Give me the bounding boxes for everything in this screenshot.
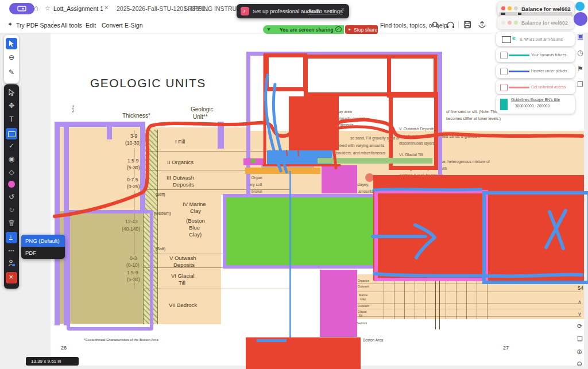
rectangle-tool-button[interactable] — [6, 128, 17, 139]
chevron-down-icon[interactable]: ∨ — [578, 312, 582, 317]
magenta-rect-annotation[interactable] — [322, 165, 357, 193]
copy-pages-icon[interactable]: ❐ — [577, 81, 583, 88]
page-size-text: 13.39 x 9.61 in — [31, 359, 61, 364]
salmon-dot-annotation[interactable] — [365, 173, 374, 182]
zoom-traffic-light[interactable] — [514, 21, 518, 25]
purple-frame-annotation[interactable] — [67, 210, 153, 331]
menu-convert[interactable]: Convert — [102, 22, 123, 29]
close-traffic-light[interactable] — [501, 21, 505, 25]
more-options-icon[interactable]: ••• — [4, 248, 19, 253]
pointer-icon[interactable] — [9, 89, 15, 96]
close-annotation-button[interactable]: × — [6, 272, 17, 283]
toolbar-thumb — [501, 13, 505, 15]
panel-icon[interactable]: ▣ — [577, 33, 583, 40]
zoom-traffic-light[interactable] — [514, 6, 518, 10]
export-page-icon[interactable]: ❏ — [577, 336, 583, 342]
undo-icon[interactable]: ↺ — [4, 193, 19, 200]
search-icon[interactable] — [432, 21, 439, 29]
diamond-tool-icon[interactable]: ◇ — [4, 169, 19, 176]
red-box-annotation[interactable] — [304, 55, 392, 96]
sage-bar-annotation[interactable] — [318, 158, 432, 164]
purple-tick-annotation[interactable] — [107, 122, 112, 139]
thickness-value: 0-7.5 — [127, 177, 138, 182]
body-text: dense, heterogenous mixture of — [435, 160, 490, 164]
pencil-icon[interactable]: ✎ — [4, 69, 19, 76]
notification-card[interactable]: Your bananas futures — [496, 48, 575, 62]
orange-bar-annotation[interactable] — [245, 168, 320, 174]
text-tool-icon[interactable]: T — [4, 116, 19, 123]
red-box-annotation[interactable] — [265, 53, 307, 91]
unit-label: VII Bedrock — [169, 302, 197, 308]
color-swatch-button[interactable] — [8, 181, 15, 188]
thickness-value: (10-30) — [125, 140, 141, 146]
bookmark-icon[interactable]: ⚑ — [577, 65, 583, 72]
bottom-blue-bar-annotation[interactable] — [257, 339, 287, 342]
blue-vline-annotation[interactable] — [289, 171, 291, 339]
check-tool-icon[interactable]: ✓ — [4, 142, 19, 149]
avatar[interactable] — [575, 2, 585, 11]
notification-card-large[interactable]: Guidelines Escape BN's title 300000000 ·… — [496, 95, 575, 114]
green-rect-annotation[interactable] — [223, 194, 384, 269]
purple-bar-annotation[interactable] — [64, 125, 69, 325]
disc-tool-icon[interactable]: ◉ — [4, 156, 19, 162]
loupe-icon[interactable]: ⊖ — [4, 54, 19, 61]
select-tool-button[interactable] — [6, 38, 17, 49]
stop-share-button[interactable]: ■ Stop share — [345, 25, 378, 34]
zoom-in-icon[interactable]: ⊕ — [577, 348, 582, 355]
purple-bar-annotation[interactable] — [55, 122, 60, 325]
magenta-column-annotation[interactable] — [320, 270, 357, 337]
toast-audio-settings-link[interactable]: Audio settings — [308, 8, 343, 14]
xsection-label: Bedrock — [357, 321, 367, 325]
green-nub-annotation[interactable] — [251, 159, 256, 163]
refresh-icon[interactable]: ⟳ — [577, 323, 582, 329]
card-text: 300000000 · 200000 — [515, 104, 550, 108]
purple-bar-annotation[interactable] — [55, 122, 145, 127]
bottom-red-rect-annotation[interactable] — [246, 337, 361, 369]
card-text: S. Who's built arm-Saums — [520, 37, 563, 41]
minimize-traffic-light[interactable] — [508, 21, 512, 25]
menu-esign[interactable]: E-Sign — [125, 22, 143, 29]
history-icon[interactable]: ◷ — [577, 49, 583, 56]
sharing-check-icon: ✓ — [335, 26, 342, 32]
purple-tick-annotation[interactable] — [218, 122, 224, 149]
pink-outline-annotation[interactable] — [374, 190, 488, 281]
balance-window[interactable]: Balance for wel602 — [497, 2, 574, 16]
blue-outline-annotation[interactable] — [482, 191, 588, 284]
tab-close-icon[interactable]: × — [105, 5, 108, 11]
purple-bar-annotation[interactable] — [140, 122, 145, 212]
avatar[interactable] — [574, 12, 587, 26]
zoom-out-icon[interactable]: ⊖ — [577, 360, 582, 367]
notification-card[interactable]: Heavier under pickets — [496, 64, 575, 78]
chevron-up-icon[interactable]: ∧ — [578, 300, 582, 305]
participants-icon[interactable] — [8, 259, 16, 267]
close-traffic-light[interactable] — [501, 6, 505, 10]
notification-card[interactable]: e S. Who's built arm-Saums — [496, 32, 575, 46]
move-icon[interactable]: ✥ — [4, 102, 19, 109]
cursor-icon — [9, 40, 15, 48]
star-icon[interactable]: ☆ — [45, 5, 51, 11]
balance-window-inactive[interactable]: Balance for wel602 — [497, 16, 574, 29]
trash-icon[interactable] — [8, 219, 15, 227]
screen-share-icon — [17, 6, 26, 11]
unit-label: Deposits — [173, 262, 195, 268]
strata-line — [357, 316, 581, 317]
notification-card[interactable]: Get unlimited access — [496, 80, 575, 94]
headphones-icon[interactable] — [446, 21, 455, 29]
menu-all-tools[interactable]: All tools — [61, 22, 82, 29]
minimize-traffic-light[interactable] — [508, 6, 512, 10]
acrobat-pill-button[interactable] — [9, 3, 34, 14]
tab-active-label[interactable]: Lott_Assignment 1_Re... — [53, 5, 103, 12]
export-png-item[interactable]: PNG (Default) — [21, 235, 65, 247]
toast-close-icon[interactable]: × — [341, 7, 345, 13]
export-pdf-item[interactable]: PDF — [21, 247, 65, 259]
redo-icon[interactable]: ↻ — [4, 207, 19, 213]
borehole-line — [394, 278, 394, 319]
share-upload-icon[interactable] — [478, 21, 486, 29]
save-icon[interactable] — [463, 21, 471, 29]
home-icon[interactable]: ⌂ — [34, 4, 38, 11]
red-fill-annotation[interactable] — [289, 96, 339, 150]
red-box-annotation[interactable] — [387, 55, 438, 98]
borehole-casing — [435, 278, 440, 329]
download-button[interactable]: ↓ — [6, 232, 17, 243]
menu-edit[interactable]: Edit — [86, 22, 96, 29]
